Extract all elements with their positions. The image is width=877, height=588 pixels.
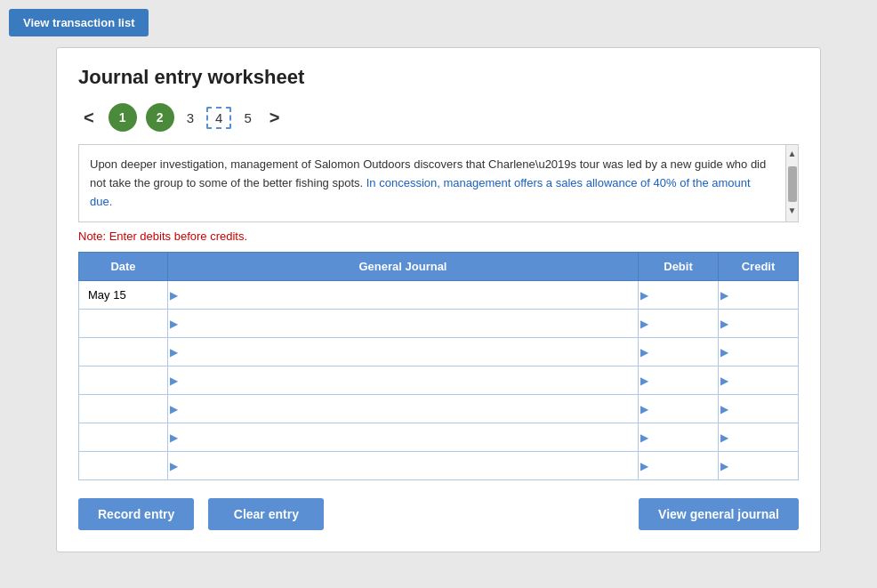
record-entry-button[interactable]: Record entry xyxy=(78,498,194,530)
table-row: ▶▶▶ xyxy=(79,310,799,338)
journal-cell-1[interactable]: ▶ xyxy=(168,310,639,338)
date-cell-1[interactable] xyxy=(79,310,168,338)
credit-cell-1[interactable]: ▶ xyxy=(719,310,799,338)
page-2-button[interactable]: 2 xyxy=(146,103,174,132)
debit-input-4[interactable] xyxy=(650,395,716,423)
credit-cell-3[interactable]: ▶ xyxy=(719,366,799,395)
table-row: ▶▶▶ xyxy=(79,366,799,395)
debit-cell-6[interactable]: ▶ xyxy=(639,452,719,480)
debit-input-0[interactable] xyxy=(650,281,716,309)
credit-input-0[interactable] xyxy=(730,281,796,309)
debit-arrow-5: ▶ xyxy=(640,431,648,444)
date-input-2[interactable] xyxy=(84,342,162,362)
debit-arrow-1: ▶ xyxy=(640,318,648,330)
date-cell-5[interactable] xyxy=(79,423,168,452)
clear-entry-button[interactable]: Clear entry xyxy=(208,498,324,530)
date-cell-3[interactable] xyxy=(79,366,168,395)
credit-input-6[interactable] xyxy=(730,452,796,479)
scrollbar-thumb[interactable] xyxy=(788,166,797,202)
next-page-button[interactable]: > xyxy=(264,106,286,130)
header-general-journal: General Journal xyxy=(168,253,639,281)
credit-arrow-0: ▶ xyxy=(720,289,728,302)
debit-cell-0[interactable]: ▶ xyxy=(639,281,719,310)
journal-cell-2[interactable]: ▶ xyxy=(168,338,639,366)
credit-input-1[interactable] xyxy=(730,310,796,337)
view-general-journal-button[interactable]: View general journal xyxy=(639,498,799,530)
description-box: Upon deeper investigation, management of… xyxy=(78,144,799,222)
date-input-5[interactable] xyxy=(84,427,162,447)
credit-arrow-2: ▶ xyxy=(720,346,728,358)
note-text: Note: Enter debits before credits. xyxy=(78,230,799,243)
date-input-0[interactable] xyxy=(84,285,162,305)
table-row: ▶▶▶ xyxy=(79,395,799,423)
debit-input-1[interactable] xyxy=(650,310,716,337)
date-input-1[interactable] xyxy=(84,313,162,334)
date-cell-6[interactable] xyxy=(79,452,168,480)
scrollbar-down[interactable]: ▼ xyxy=(788,202,797,220)
debit-arrow-4: ▶ xyxy=(640,403,648,415)
credit-cell-2[interactable]: ▶ xyxy=(719,338,799,366)
journal-input-2[interactable] xyxy=(180,338,636,366)
journal-cell-3[interactable]: ▶ xyxy=(168,366,639,395)
debit-cell-4[interactable]: ▶ xyxy=(639,395,719,423)
debit-arrow-3: ▶ xyxy=(640,375,648,387)
date-input-3[interactable] xyxy=(84,370,162,391)
journal-input-6[interactable] xyxy=(180,452,636,479)
debit-cell-3[interactable]: ▶ xyxy=(639,366,719,395)
credit-input-5[interactable] xyxy=(730,423,796,451)
date-cell-2[interactable] xyxy=(79,338,168,366)
header-date: Date xyxy=(79,253,168,281)
description-text: Upon deeper investigation, management of… xyxy=(90,157,766,208)
action-buttons: Record entry Clear entry View general jo… xyxy=(78,498,799,530)
debit-arrow-0: ▶ xyxy=(640,289,648,302)
journal-cell-4[interactable]: ▶ xyxy=(168,395,639,423)
debit-input-6[interactable] xyxy=(650,452,716,479)
description-content: Upon deeper investigation, management of… xyxy=(90,156,787,211)
debit-cell-5[interactable]: ▶ xyxy=(639,423,719,452)
journal-input-4[interactable] xyxy=(180,395,636,423)
debit-arrow-2: ▶ xyxy=(640,346,648,358)
journal-cell-0[interactable]: ▶ xyxy=(168,281,639,310)
credit-input-4[interactable] xyxy=(730,395,796,423)
credit-cell-0[interactable]: ▶ xyxy=(719,281,799,310)
credit-cell-5[interactable]: ▶ xyxy=(719,423,799,452)
journal-cell-6[interactable]: ▶ xyxy=(168,452,639,480)
date-cell-4[interactable] xyxy=(79,395,168,423)
debit-input-3[interactable] xyxy=(650,366,716,394)
credit-input-2[interactable] xyxy=(730,338,796,366)
credit-cell-6[interactable]: ▶ xyxy=(719,452,799,480)
journal-input-5[interactable] xyxy=(180,423,636,451)
debit-input-2[interactable] xyxy=(650,338,716,366)
journal-arrow-3: ▶ xyxy=(170,375,178,387)
scrollbar[interactable]: ▲ ▼ xyxy=(785,145,798,222)
date-input-4[interactable] xyxy=(84,399,162,419)
prev-page-button[interactable]: < xyxy=(78,106,100,130)
date-input-6[interactable] xyxy=(84,455,162,476)
top-bar: View transaction list xyxy=(9,9,868,36)
credit-cell-4[interactable]: ▶ xyxy=(719,395,799,423)
pagination: < 1 2 3 4 5 > xyxy=(78,103,799,132)
journal-input-0[interactable] xyxy=(180,281,636,309)
credit-input-3[interactable] xyxy=(730,366,796,394)
journal-arrow-2: ▶ xyxy=(170,346,178,358)
debit-cell-2[interactable]: ▶ xyxy=(639,338,719,366)
table-row: ▶▶▶ xyxy=(79,281,799,310)
date-cell-0[interactable] xyxy=(79,281,168,310)
page-4-button[interactable]: 4 xyxy=(206,107,231,129)
journal-input-3[interactable] xyxy=(180,366,636,394)
view-transaction-button[interactable]: View transaction list xyxy=(9,9,149,36)
journal-input-1[interactable] xyxy=(180,310,636,337)
debit-cell-1[interactable]: ▶ xyxy=(639,310,719,338)
credit-arrow-3: ▶ xyxy=(720,375,728,387)
journal-table: Date General Journal Debit Credit ▶▶▶▶▶▶… xyxy=(78,252,799,480)
page-1-button[interactable]: 1 xyxy=(109,103,137,132)
debit-input-5[interactable] xyxy=(650,423,716,451)
journal-arrow-6: ▶ xyxy=(170,460,178,472)
journal-arrow-0: ▶ xyxy=(170,289,178,302)
scrollbar-up[interactable]: ▲ xyxy=(788,145,797,163)
journal-cell-5[interactable]: ▶ xyxy=(168,423,639,452)
page-3-button[interactable]: 3 xyxy=(183,109,197,127)
page-5-button[interactable]: 5 xyxy=(240,109,254,127)
credit-arrow-1: ▶ xyxy=(720,318,728,330)
credit-arrow-4: ▶ xyxy=(720,403,728,415)
